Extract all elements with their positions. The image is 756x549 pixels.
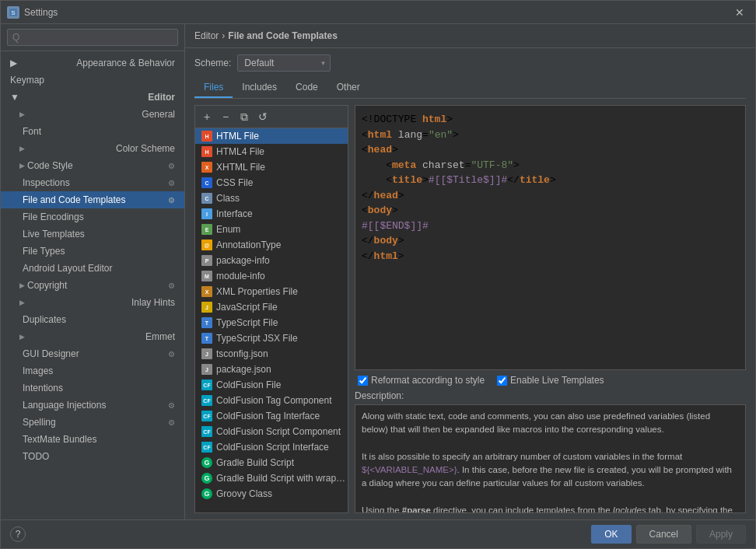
file-item-xhtml[interactable]: X XHTML File <box>195 159 348 175</box>
sidebar-item-android-layout[interactable]: Android Layout Editor <box>1 260 184 277</box>
file-item-typescript[interactable]: T TypeScript File <box>195 315 348 330</box>
class-file-icon: C <box>201 193 212 204</box>
remove-template-button[interactable]: − <box>217 108 234 125</box>
file-item-cf-script-iface[interactable]: CF ColdFusion Script Interface <box>195 439 348 455</box>
sidebar-item-copyright[interactable]: ▶ Copyright ⚙ <box>1 277 184 294</box>
reset-template-button[interactable]: ↺ <box>254 108 271 125</box>
reformat-checkbox-row[interactable]: Reformat according to style <box>358 375 485 386</box>
arrow-icon: ▶ <box>19 145 25 152</box>
title-bar: S Settings ✕ <box>1 1 755 24</box>
sidebar-item-language-injections[interactable]: Language Injections ⚙ <box>1 397 184 414</box>
file-item-module-info[interactable]: M module-info <box>195 268 348 284</box>
live-templates-checkbox-row[interactable]: Enable Live Templates <box>497 375 604 386</box>
live-templates-checkbox[interactable] <box>497 376 507 386</box>
settings-icon: ⚙ <box>168 179 175 187</box>
add-template-button[interactable]: + <box>198 108 215 125</box>
sidebar-item-file-encodings[interactable]: File Encodings <box>1 208 184 226</box>
tab-includes[interactable]: Includes <box>233 78 286 98</box>
file-item-groovy-class[interactable]: G Groovy Class <box>195 486 348 502</box>
ok-button[interactable]: OK <box>591 525 631 544</box>
sidebar-item-keymap[interactable]: Keymap <box>1 72 184 89</box>
search-input[interactable] <box>7 29 178 46</box>
sidebar-item-color-scheme[interactable]: ▶ Color Scheme <box>1 140 184 157</box>
file-item-tsconfig[interactable]: J tsconfig.json <box>195 346 348 362</box>
cf-tag-iface-icon: CF <box>201 411 212 421</box>
file-item-html[interactable]: H HTML File <box>195 128 348 144</box>
svg-text:S: S <box>11 9 15 16</box>
sidebar-item-intentions[interactable]: Intentions <box>1 379 184 397</box>
code-line-1: <!DOCTYPE html> <box>362 112 739 128</box>
file-list-panel: + − ⧉ ↺ H HTML File H H <box>194 105 348 513</box>
apply-button[interactable]: Apply <box>696 525 746 544</box>
sidebar-item-gui-designer[interactable]: GUI Designer ⚙ <box>1 345 184 362</box>
file-item-html4[interactable]: H HTML4 File <box>195 144 348 159</box>
css-file-icon: C <box>201 177 212 188</box>
sidebar-item-live-templates[interactable]: Live Templates <box>1 226 184 243</box>
code-options: Reformat according to style Enable Live … <box>355 370 746 390</box>
file-item-tsx[interactable]: T TypeScript JSX File <box>195 330 348 346</box>
annotation-file-icon: @ <box>201 240 212 250</box>
copy-template-button[interactable]: ⧉ <box>236 108 253 125</box>
file-item-package-info[interactable]: P package-info <box>195 253 348 268</box>
sidebar-item-textmate[interactable]: TextMate Bundles <box>1 431 184 448</box>
file-item-cf-tag-comp[interactable]: CF ColdFusion Tag Component <box>195 393 348 408</box>
code-line-2: <html lang="en"> <box>362 128 739 143</box>
module-file-icon: M <box>201 271 212 281</box>
settings-icon: ⚙ <box>168 281 175 290</box>
xml-file-icon: X <box>201 286 212 297</box>
tab-other[interactable]: Other <box>327 78 369 98</box>
cancel-button[interactable]: Cancel <box>636 525 691 544</box>
file-item-class[interactable]: C Class <box>195 191 348 206</box>
file-item-annotation[interactable]: @ AnnotationType <box>195 237 348 253</box>
sidebar-item-todo[interactable]: TODO <box>1 448 184 465</box>
sidebar-item-spelling[interactable]: Spelling ⚙ <box>1 414 184 431</box>
code-editor[interactable]: <!DOCTYPE html> <html lang="en"> <head> … <box>355 105 746 370</box>
sidebar-item-inlay-hints[interactable]: ▶ Inlay Hints <box>1 294 184 311</box>
tab-files[interactable]: Files <box>194 78 233 98</box>
sidebar-item-images[interactable]: Images <box>1 362 184 379</box>
file-item-coldfusion[interactable]: CF ColdFusion File <box>195 377 348 393</box>
sidebar-item-editor[interactable]: ▼ Editor <box>1 89 184 106</box>
tab-code[interactable]: Code <box>286 78 327 98</box>
file-item-gradle-build[interactable]: G Gradle Build Script <box>195 455 348 470</box>
file-item-enum[interactable]: E Enum <box>195 222 348 237</box>
sidebar-item-appearance[interactable]: ▶ Appearance & Behavior <box>1 54 184 72</box>
file-item-interface[interactable]: I Interface <box>195 206 348 222</box>
file-item-css[interactable]: C CSS File <box>195 175 348 191</box>
file-item-package-json[interactable]: J package.json <box>195 362 348 377</box>
file-item-xml-properties[interactable]: X XML Properties File <box>195 284 348 299</box>
sidebar-item-duplicates[interactable]: Duplicates <box>1 311 184 328</box>
cf-tag-comp-icon: CF <box>201 395 212 406</box>
settings-icon: ⚙ <box>168 196 175 205</box>
html4-file-icon: H <box>201 146 212 157</box>
content-area: ▶ Appearance & Behavior Keymap ▼ Editor … <box>1 24 755 519</box>
reformat-checkbox[interactable] <box>358 376 368 386</box>
file-item-cf-tag-iface[interactable]: CF ColdFusion Tag Interface <box>195 408 348 424</box>
file-item-cf-script-comp[interactable]: CF ColdFusion Script Component <box>195 424 348 439</box>
groovy-class-icon: G <box>201 488 212 499</box>
sidebar-item-file-types[interactable]: File Types <box>1 243 184 260</box>
main-content-area: Editor › File and Code Templates Scheme:… <box>185 24 755 519</box>
sidebar-item-inspections[interactable]: Inspections ⚙ <box>1 174 184 191</box>
sidebar-item-font[interactable]: Font <box>1 123 184 140</box>
file-list-toolbar: + − ⧉ ↺ <box>195 106 348 128</box>
sidebar-item-code-style[interactable]: ▶ Code Style ⚙ <box>1 157 184 174</box>
xhtml-file-icon: X <box>201 162 212 173</box>
settings-icon: ⚙ <box>168 162 175 170</box>
gradle-build-icon: G <box>201 457 212 468</box>
sidebar-item-file-code-templates[interactable]: File and Code Templates ⚙ <box>1 191 184 208</box>
file-item-gradle-build-wrap[interactable]: G Gradle Build Script with wrap… <box>195 470 348 486</box>
scheme-label: Scheme: <box>194 58 231 68</box>
sidebar-item-general[interactable]: ▶ General <box>1 106 184 123</box>
scheme-select[interactable]: Default Project <box>237 54 331 72</box>
breadcrumb-current: File and Code Templates <box>228 30 337 41</box>
close-button[interactable]: ✕ <box>730 5 749 20</box>
help-button[interactable]: ? <box>10 526 26 542</box>
file-item-javascript[interactable]: J JavaScript File <box>195 299 348 315</box>
package-json-file-icon: J <box>201 364 212 375</box>
code-line-5: <title>#[[$Title$]]#</title> <box>362 173 739 188</box>
cf-file-icon: CF <box>201 379 212 390</box>
interface-file-icon: I <box>201 208 212 219</box>
sidebar-item-emmet[interactable]: ▶ Emmet <box>1 328 184 345</box>
app-icon: S <box>7 6 19 19</box>
